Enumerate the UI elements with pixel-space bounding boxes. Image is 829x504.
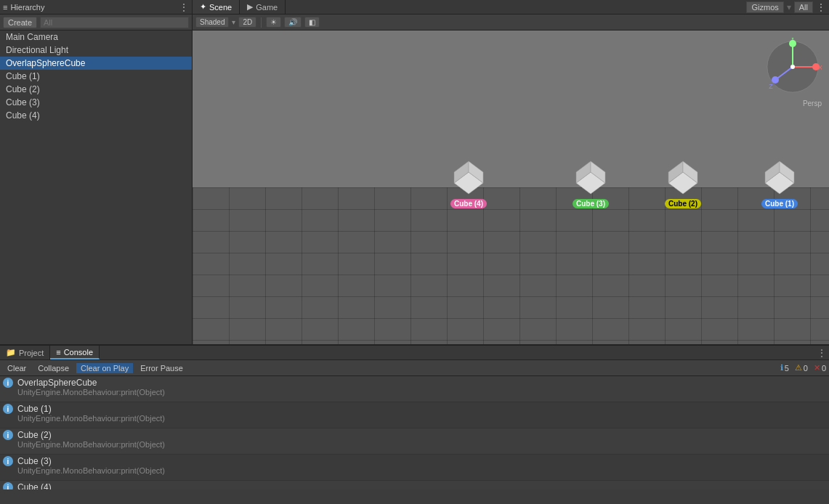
svg-text:X: X xyxy=(818,64,822,71)
scene-toolbar: Shaded ▾ 2D ☀ 🔊 ◧ xyxy=(193,15,829,31)
hierarchy-item-main-camera[interactable]: Main Camera xyxy=(0,31,192,44)
console-item-main-cube4: Cube (4) xyxy=(17,482,165,489)
console-item-icon-overlap: i xyxy=(3,378,13,388)
console-item-icon-cube3: i xyxy=(3,456,13,466)
audio-toggle[interactable]: 🔊 xyxy=(284,17,302,28)
cube4-label: Cube (4) xyxy=(450,199,487,208)
svg-text:Z: Z xyxy=(769,83,773,90)
viewport-area: ✦ Scene ▶ Game Gizmos ▾ All ⋮ Shaded ▾ 2… xyxy=(193,0,829,344)
project-tab-icon: 📁 xyxy=(6,348,16,357)
gizmos-button[interactable]: Gizmos xyxy=(746,1,783,13)
console-item-cube3[interactable]: i Cube (3) UnityEngine.MonoBehaviour:pri… xyxy=(0,455,829,481)
axes-gizmo-svg: Y X Z xyxy=(764,38,822,96)
hierarchy-title-label: Hierarchy xyxy=(10,3,44,12)
console-item-icon-cube4: i xyxy=(3,482,13,489)
scene-object-cube2[interactable]: Cube (2) xyxy=(661,158,705,208)
game-tab-label: Game xyxy=(256,3,278,12)
console-list: i OverlapSphereCube UnityEngine.MonoBeha… xyxy=(0,376,829,489)
toolbar-separator xyxy=(261,17,262,28)
item-label-cube4: Cube (4) xyxy=(6,110,40,121)
hierarchy-list: Main Camera Directional Light OverlapSph… xyxy=(0,31,192,344)
hierarchy-item-cube1[interactable]: Cube (1) xyxy=(0,70,192,83)
item-label-cube1: Cube (1) xyxy=(6,71,40,81)
tab-game[interactable]: ▶ Game xyxy=(240,0,286,14)
console-item-sub-cube2: UnityEngine.MonoBehaviour:print(Object) xyxy=(17,440,165,449)
warning-icon: ⚠ xyxy=(795,363,802,373)
sky-background xyxy=(193,31,829,187)
console-item-cube2[interactable]: i Cube (2) UnityEngine.MonoBehaviour:pri… xyxy=(0,428,829,455)
tab-console[interactable]: ≡ Console xyxy=(50,346,100,359)
console-item-overlap[interactable]: i OverlapSphereCube UnityEngine.MonoBeha… xyxy=(0,376,829,402)
console-toolbar: Clear Collapse Clear on Play Error Pause… xyxy=(0,360,829,376)
console-item-text-cube1: Cube (1) UnityEngine.MonoBehaviour:print… xyxy=(17,404,165,423)
console-item-cube1[interactable]: i Cube (1) UnityEngine.MonoBehaviour:pri… xyxy=(0,402,829,428)
console-item-cube4[interactable]: i Cube (4) UnityEngine.MonoBehaviour:pri… xyxy=(0,481,829,489)
console-item-sub-overlap: UnityEngine.MonoBehaviour:print(Object) xyxy=(17,388,165,397)
tab-project[interactable]: 📁 Project xyxy=(0,346,50,359)
svg-point-32 xyxy=(790,65,795,69)
hierarchy-menu-btn[interactable]: ⋮ xyxy=(179,1,189,13)
cube3-label: Cube (3) xyxy=(573,199,609,208)
create-button[interactable]: Create xyxy=(3,17,37,28)
cube2-label: Cube (2) xyxy=(665,199,701,208)
hierarchy-item-cube4[interactable]: Cube (4) xyxy=(0,109,192,122)
persp-gizmo[interactable]: Y X Z Persp xyxy=(764,38,822,118)
scene-canvas[interactable]: Cube (4) Cube (3) Cube (2) xyxy=(193,31,829,344)
scene-tab-icon: ✦ xyxy=(200,2,206,12)
hierarchy-item-cube3[interactable]: Cube (3) xyxy=(0,96,192,109)
warning-count: 0 xyxy=(804,364,808,373)
hierarchy-item-cube2[interactable]: Cube (2) xyxy=(0,83,192,96)
bottom-tabs: 📁 Project ≡ Console ⋮ xyxy=(0,346,829,360)
scene-tab-label: Scene xyxy=(209,3,232,12)
console-item-sub-cube1: UnityEngine.MonoBehaviour:print(Object) xyxy=(17,414,165,423)
hierarchy-header: ≡ Hierarchy ⋮ xyxy=(0,0,192,15)
error-pause-button[interactable]: Error Pause xyxy=(136,363,187,373)
message-badge: ℹ 5 xyxy=(780,363,789,373)
console-item-text-overlap: OverlapSphereCube UnityEngine.MonoBehavi… xyxy=(17,378,165,397)
hierarchy-controls: ⋮ xyxy=(179,1,189,13)
console-item-main-cube2: Cube (2) xyxy=(17,430,165,440)
collapse-button[interactable]: Collapse xyxy=(33,363,73,373)
console-tab-icon: ≡ xyxy=(56,348,60,357)
hierarchy-toolbar: Create xyxy=(0,15,192,31)
scene-object-cube3[interactable]: Cube (3) xyxy=(569,158,612,208)
scene-object-cube1[interactable]: Cube (1) xyxy=(758,158,801,208)
scene-object-cube4[interactable]: Cube (4) xyxy=(447,158,490,208)
console-tab-label: Console xyxy=(64,348,93,357)
error-badge: ✕ 0 xyxy=(814,363,826,373)
effects-toggle[interactable]: ◧ xyxy=(304,17,320,28)
cube3-mesh xyxy=(569,158,612,198)
hierarchy-item-overlap-sphere-cube[interactable]: OverlapSphereCube xyxy=(0,57,192,70)
item-label-cube3: Cube (3) xyxy=(6,97,40,107)
hierarchy-title: ≡ Hierarchy xyxy=(3,3,45,12)
all-button[interactable]: All xyxy=(794,1,813,13)
lighting-toggle[interactable]: ☀ xyxy=(266,17,281,28)
hierarchy-search[interactable] xyxy=(40,17,189,28)
svg-text:Y: Y xyxy=(790,38,795,42)
project-tab-label: Project xyxy=(19,349,44,357)
tab-scene[interactable]: ✦ Scene xyxy=(193,0,240,14)
cube2-mesh xyxy=(661,158,705,198)
cube4-mesh xyxy=(447,158,490,198)
console-item-icon-cube2: i xyxy=(3,430,13,440)
menu-icon: ⋮ xyxy=(816,1,826,13)
bottom-panel: 📁 Project ≡ Console ⋮ Clear Collapse Cle… xyxy=(0,344,829,489)
2d-button[interactable]: 2D xyxy=(238,17,256,28)
console-item-main-cube3: Cube (3) xyxy=(17,456,165,466)
console-item-main-overlap: OverlapSphereCube xyxy=(17,378,165,388)
hierarchy-panel: ≡ Hierarchy ⋮ Create Main Camera Directi… xyxy=(0,0,193,344)
viewport-tabs: ✦ Scene ▶ Game Gizmos ▾ All ⋮ xyxy=(193,0,829,15)
item-label-directional-light: Directional Light xyxy=(6,45,68,55)
bottom-menu-btn[interactable]: ⋮ xyxy=(814,346,829,359)
message-icon: ℹ xyxy=(780,363,783,373)
item-label-overlap-sphere-cube: OverlapSphereCube xyxy=(6,58,85,68)
console-right-badges: ℹ 5 ⚠ 0 ✕ 0 xyxy=(780,363,826,373)
hierarchy-item-directional-light[interactable]: Directional Light xyxy=(0,44,192,57)
error-icon: ✕ xyxy=(814,363,820,373)
game-tab-icon: ▶ xyxy=(247,2,253,12)
clear-button[interactable]: Clear xyxy=(3,363,31,373)
item-label-main-camera: Main Camera xyxy=(6,32,58,42)
clear-on-play-button[interactable]: Clear on Play xyxy=(76,363,133,373)
grid-overlay xyxy=(193,187,829,344)
shaded-button[interactable]: Shaded xyxy=(195,17,229,28)
